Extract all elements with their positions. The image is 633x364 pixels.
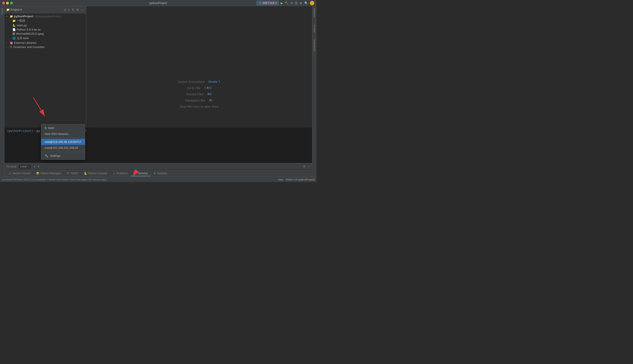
tree-label: pythonProject ~/Desktop/pythonProject xyxy=(14,14,61,18)
settings-icon[interactable]: ⚙ xyxy=(303,165,306,168)
packages-icon: 📦 xyxy=(36,172,39,175)
settings-icon[interactable]: ⚙ xyxy=(76,8,80,12)
terminal-dropdown-button[interactable]: ▾ xyxy=(38,165,39,168)
todo-icon: ☰ xyxy=(67,172,69,175)
dropdown-item-settings[interactable]: 🔧 Settings xyxy=(41,153,85,159)
terminal-label: Terminal: xyxy=(6,165,17,168)
tab-python-packages[interactable]: 📦 Python Packages xyxy=(34,171,64,176)
tab-services[interactable]: ⚙ Services xyxy=(151,171,170,176)
tree-item-mainpy[interactable]: 🐍 main.py xyxy=(5,23,86,28)
bash-icon: $ xyxy=(45,126,46,130)
drop-files-hint: Drop files here to open them xyxy=(180,105,219,108)
reload-icon[interactable]: ↺ xyxy=(290,1,293,5)
chevron-right-icon: › xyxy=(6,46,9,48)
chevron-right-icon: › xyxy=(9,20,12,22)
status-python: Python 3.8 (pythonProject) xyxy=(286,178,315,181)
python-file-icon: 🐍 xyxy=(13,24,16,27)
separator-2 xyxy=(41,152,85,152)
minimize-button[interactable] xyxy=(6,2,9,4)
tree-item-pythonproject[interactable]: ▾ 📁 pythonProject ~/Desktop/pythonProjec… xyxy=(5,14,86,18)
tree-label: Scratches and Consoles xyxy=(13,45,45,49)
status-right: siton Python 3.8 (pythonProject) xyxy=(278,178,315,181)
tree-label: 元旦.html xyxy=(17,36,29,40)
dropdown-item-ssh-1[interactable]: root@219.150.35.115:54717 xyxy=(41,139,85,145)
chevron-down-icon: ▾ xyxy=(6,15,9,18)
dropdown-item-ssh-2[interactable]: root@192.168.201.249:22 xyxy=(41,145,85,151)
html-file-icon: 🌐 xyxy=(13,37,16,40)
tab-terminal[interactable]: ⬛ Terminal xyxy=(131,171,150,176)
run-icon[interactable]: ▶ xyxy=(281,1,283,5)
panel-title: 📁 Project ▾ xyxy=(6,8,22,11)
tree-label: 一阶段 xyxy=(17,19,25,23)
chevron-right-icon: › xyxy=(6,42,9,44)
project-tab-label[interactable]: Project xyxy=(1,7,3,16)
terminal-tab-local[interactable]: Local ✕ xyxy=(18,164,32,168)
profile-icon: 👤 xyxy=(258,2,262,4)
tree-item-external-libs[interactable]: › 📚 External Libraries xyxy=(5,41,86,45)
notifications-tab-label[interactable]: Notifications xyxy=(313,38,315,52)
prompt-arrow: → xyxy=(34,129,36,133)
terminal-close-icon[interactable]: ✕ xyxy=(28,166,29,168)
tree-label: main.py xyxy=(17,24,27,27)
panel-dropdown-icon[interactable]: ▾ xyxy=(20,8,22,11)
tree-item-scratches[interactable]: › 🗒 Scratches and Consoles xyxy=(5,45,86,49)
close-button[interactable] xyxy=(2,2,5,4)
bottom-tabs: ⎇ Version Control 📦 Python Packages ☰ TO… xyxy=(5,170,312,177)
tab-problems[interactable]: ⚠ Problems xyxy=(110,171,130,176)
tree-item-yuandan-html[interactable]: 🌐 元旦.html xyxy=(5,36,86,41)
left-tab-strip: Project xyxy=(0,6,5,182)
database-tab-label[interactable]: Database xyxy=(313,7,315,18)
dropdown-item-bash[interactable]: $ bash xyxy=(41,125,85,131)
build-icon[interactable]: 🔨 xyxy=(285,1,289,5)
dropdown-item-new-ssh[interactable]: New SSH Session... xyxy=(41,131,85,137)
terminal-tab-label: Local xyxy=(20,165,27,168)
user-avatar[interactable]: S xyxy=(310,1,314,5)
terminal-header-actions: ⚙ — xyxy=(303,165,310,168)
terminal-dropdown-menu: $ bash New SSH Session... root@219.150.3… xyxy=(41,124,85,160)
scratches-icon: 🗒 xyxy=(10,46,13,49)
terminal-add-button[interactable]: + xyxy=(33,164,36,168)
terminal-tab-bar: Terminal: Local ✕ + ▾ ⚙ — xyxy=(5,163,312,170)
profile-button[interactable]: 👤 报数字游戏 ▾ xyxy=(256,1,279,5)
archive-file-icon: 📄 xyxy=(13,28,16,31)
folder-icon: 📁 xyxy=(6,8,10,11)
pause-icon[interactable]: ⏸ xyxy=(299,1,302,5)
tab-version-control[interactable]: ⎇ Version Control xyxy=(5,171,33,176)
services-icon: ⚙ xyxy=(154,172,156,175)
tab-todo[interactable]: ☰ TODO xyxy=(64,171,81,176)
status-message: Localized PyCharm 2022.3.1 is available … xyxy=(2,178,106,181)
title-bar: pythonProject 👤 报数字游戏 ▾ ▶ 🔨 ↺ ☰ ⏸ 🔍 S xyxy=(0,0,316,6)
menu-icon[interactable]: ☰ xyxy=(295,1,298,5)
version-control-icon: ⎇ xyxy=(8,172,11,175)
folder-icon: 📁 xyxy=(13,19,16,22)
recent-files-hint: Recent Files ⌘E xyxy=(186,92,212,96)
prompt-text: py xyxy=(37,129,40,133)
window-controls xyxy=(2,2,13,4)
sync-icon[interactable]: ◎ xyxy=(63,8,67,12)
sort-icon[interactable]: ⇅ xyxy=(71,8,75,12)
settings-wrench-icon: 🔧 xyxy=(45,154,48,158)
navigation-bar-hint: Navigation Bar ⌘↑ xyxy=(185,99,213,102)
goto-file-hint: Go to File ⇧⌘O xyxy=(187,86,212,90)
sciview-tab-label[interactable]: SciView xyxy=(313,24,315,33)
tree-item-wechat-img[interactable]: 🖼 WechatIMG2513.jpeg xyxy=(5,32,86,36)
window-title: pythonProject xyxy=(149,1,167,5)
console-icon: 🐍 xyxy=(84,172,87,175)
minimize-icon[interactable]: — xyxy=(307,165,310,168)
problems-icon: ⚠ xyxy=(113,172,115,175)
separator xyxy=(41,138,85,138)
tree-item-yijieduan[interactable]: › 📁 一阶段 xyxy=(5,18,86,23)
maximize-button[interactable] xyxy=(10,2,13,4)
tree-label: Python-3.8.3.tar.xz xyxy=(17,28,41,31)
terminal-icon: ⬛ xyxy=(133,172,137,175)
search-icon[interactable]: 🔍 xyxy=(304,1,308,5)
status-bar: Localized PyCharm 2022.3.1 is available … xyxy=(0,177,316,182)
panel-actions: ◎ ≡ ⇅ ⚙ — xyxy=(63,8,84,12)
prompt-env: (pythonProject) xyxy=(7,129,33,133)
tab-python-console[interactable]: 🐍 Python Console xyxy=(81,171,110,176)
tree-label: External Libraries xyxy=(14,41,36,44)
image-file-icon: 🖼 xyxy=(13,32,15,36)
tree-item-python-tar[interactable]: 📄 Python-3.8.3.tar.xz xyxy=(5,28,86,32)
list-icon[interactable]: ≡ xyxy=(68,8,70,12)
minimize-panel-icon[interactable]: — xyxy=(80,8,84,12)
